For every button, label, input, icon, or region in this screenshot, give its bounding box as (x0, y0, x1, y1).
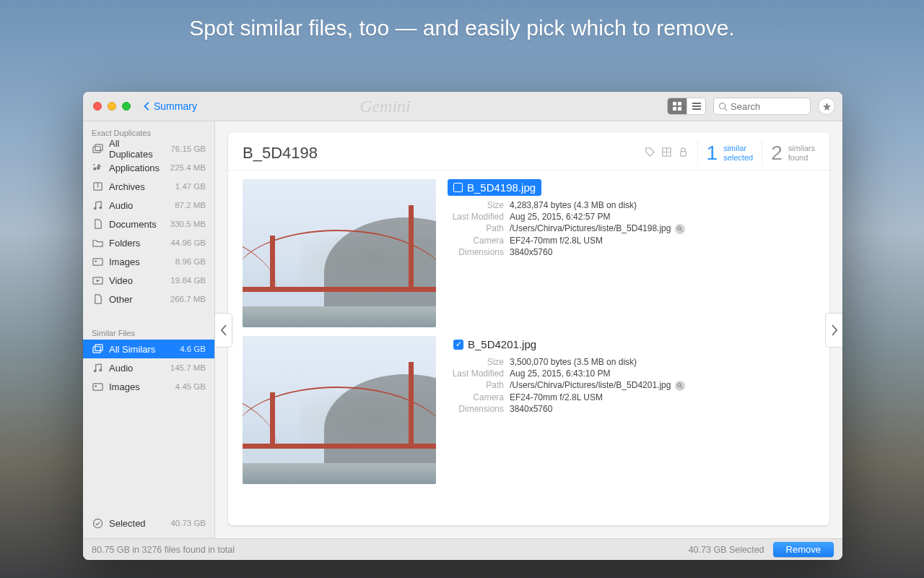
count-number: 2 (771, 142, 783, 165)
list-view-button[interactable] (687, 98, 705, 114)
sidebar-item-size: 266.7 MB (170, 295, 206, 303)
svg-rect-9 (92, 146, 100, 152)
sidebar-item-label: Documents (109, 219, 165, 230)
sidebar-item-other[interactable]: Other 266.7 MB (83, 290, 214, 309)
sidebar-item-applications[interactable]: Applications 225.4 MB (83, 158, 214, 177)
sidebar-item-label: Selected (109, 518, 165, 529)
prev-group-button[interactable] (215, 313, 232, 348)
sidebar-item-label: Images (109, 381, 170, 392)
meta-key-dimensions: Dimensions (448, 404, 504, 414)
stack-icon (92, 343, 103, 355)
reveal-in-finder-button[interactable] (675, 224, 685, 234)
meta-key-modified: Last Modified (448, 368, 504, 379)
file-thumbnail[interactable] (243, 179, 436, 327)
sidebar-item-similar-audio[interactable]: Audio 145.7 MB (83, 358, 214, 377)
tag-button[interactable] (645, 147, 655, 160)
meta-val-size: 3,500,070 bytes (3.5 MB on disk) (510, 357, 815, 367)
sidebar-item-label: Archives (109, 181, 170, 192)
meta-val-camera: EF24-70mm f/2.8L USM (510, 236, 815, 246)
apps-icon (92, 162, 103, 173)
minimize-window-button[interactable] (108, 102, 116, 111)
svg-point-13 (93, 207, 96, 210)
file-name-badge[interactable]: ✓ B_5D4201.jpg (448, 336, 542, 353)
sidebar-section-duplicates: Exact Duplicates (83, 124, 214, 139)
sidebar-item-similar-images[interactable]: Images 4.45 GB (83, 377, 214, 396)
file-row: ✓ B_5D4201.jpg Size 3,500,070 bytes (3.5… (243, 336, 815, 484)
count-label: selected (723, 153, 753, 163)
sidebar-item-label: All Similars (109, 344, 174, 355)
sidebar-item-audio[interactable]: Audio 87.2 MB (83, 196, 214, 215)
close-window-button[interactable] (93, 102, 102, 111)
search-input[interactable] (731, 101, 806, 112)
svg-line-30 (681, 230, 683, 232)
svg-point-7 (720, 103, 725, 108)
sidebar-item-label: All Duplicates (109, 138, 165, 160)
remove-button[interactable]: Remove (773, 542, 834, 557)
list-icon (692, 102, 701, 111)
favorites-button[interactable] (818, 98, 835, 115)
sidebar-item-label: Folders (109, 238, 165, 249)
search-icon (718, 102, 728, 111)
detail-header: B_5D4198 1 similar selected (228, 132, 829, 171)
meta-key-camera: Camera (448, 392, 504, 402)
svg-rect-22 (92, 383, 102, 389)
svg-point-16 (95, 260, 97, 262)
marketing-headline: Spot similar files, too — and easily pic… (0, 16, 924, 40)
table-button[interactable] (661, 147, 672, 160)
svg-point-20 (93, 369, 96, 372)
checkbox-checked-icon: ✓ (453, 340, 463, 350)
sidebar-item-video[interactable]: Video 19.84 GB (83, 271, 214, 290)
sidebar-item-folders[interactable]: Folders 44.96 GB (83, 233, 214, 252)
sidebar-item-size: 87.2 MB (175, 201, 206, 210)
sidebar-item-size: 1.47 GB (175, 182, 206, 191)
sidebar-item-all-duplicates[interactable]: All Duplicates 76.15 GB (83, 139, 214, 158)
sidebar-section-similar: Similar Files (83, 324, 214, 340)
svg-rect-6 (692, 108, 701, 110)
meta-val-modified: Aug 25, 2015, 6:43:10 PM (510, 368, 815, 379)
archive-icon (92, 181, 103, 192)
sidebar-item-size: 40.73 GB (170, 519, 206, 527)
svg-point-24 (93, 519, 102, 527)
table-icon (661, 147, 672, 158)
fullscreen-window-button[interactable] (122, 102, 131, 111)
check-circle-icon (92, 517, 103, 529)
image-icon (92, 381, 103, 392)
sidebar-item-all-similars[interactable]: All Similars 4.6 GB (83, 340, 214, 358)
sidebar-item-label: Audio (109, 363, 165, 374)
search-field[interactable] (713, 98, 811, 115)
reveal-in-finder-button[interactable] (675, 381, 685, 391)
sidebar-item-archives[interactable]: Archives 1.47 GB (83, 177, 214, 196)
lock-button[interactable] (678, 147, 689, 160)
sidebar-item-size: 4.6 GB (180, 345, 206, 353)
svg-rect-15 (92, 258, 102, 264)
sidebar-item-label: Audio (109, 200, 169, 211)
sidebar-item-size: 44.96 GB (170, 238, 206, 247)
next-group-button[interactable] (825, 313, 842, 348)
stack-icon (92, 143, 103, 155)
svg-rect-0 (673, 102, 676, 105)
svg-line-8 (725, 108, 727, 110)
chevron-left-icon (142, 101, 152, 111)
status-selected: 40.73 GB Selected (689, 545, 764, 555)
view-toggle (667, 98, 706, 115)
file-name-badge[interactable]: B_5D4198.jpg (448, 179, 541, 196)
window-controls (90, 102, 135, 111)
svg-point-14 (99, 206, 102, 209)
search-icon (677, 383, 683, 389)
svg-rect-5 (692, 105, 701, 107)
meta-key-path: Path (448, 380, 504, 391)
meta-val-camera: EF24-70mm f/2.8L USM (510, 392, 815, 402)
back-button[interactable]: Summary (142, 100, 197, 112)
svg-line-32 (681, 387, 683, 389)
search-icon (677, 226, 683, 232)
checkbox-icon (453, 183, 463, 192)
star-icon (822, 102, 832, 111)
sidebar-item-images[interactable]: Images 8.96 GB (83, 252, 214, 271)
file-thumbnail[interactable] (243, 336, 436, 484)
sidebar-item-documents[interactable]: Documents 330.5 MB (83, 215, 214, 233)
grid-view-button[interactable] (668, 98, 687, 114)
svg-rect-19 (95, 344, 102, 350)
sidebar-item-label: Other (109, 294, 165, 305)
sidebar-item-selected[interactable]: Selected 40.73 GB (83, 514, 214, 532)
sidebar-item-size: 8.96 GB (175, 257, 206, 266)
